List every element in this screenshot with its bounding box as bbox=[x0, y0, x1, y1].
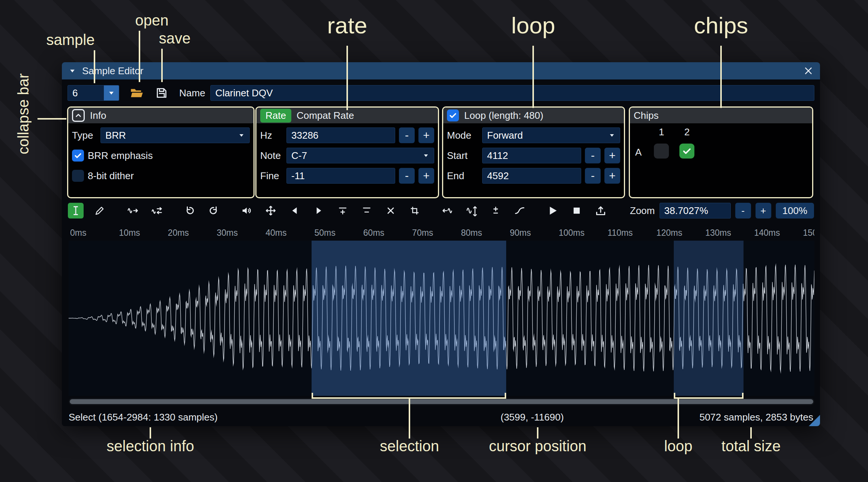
apply-silence-button[interactable] bbox=[359, 203, 375, 219]
collapse-bar-button[interactable] bbox=[72, 109, 85, 122]
loop-enable-checkbox[interactable] bbox=[447, 109, 459, 121]
name-input-value: Clarinet DQV bbox=[215, 87, 273, 99]
sample-toolbar: Zoom 38.7027% - + 100% bbox=[62, 202, 820, 220]
loop-mode-select[interactable]: Forward bbox=[482, 127, 620, 143]
fine-plus-button[interactable]: + bbox=[418, 168, 434, 184]
plus-minus-icon bbox=[491, 206, 501, 216]
brr-emphasis-checkbox[interactable] bbox=[72, 150, 84, 162]
loop-end-label: End bbox=[447, 170, 478, 182]
fine-minus-button[interactable]: - bbox=[399, 168, 415, 184]
crop-icon bbox=[410, 206, 420, 216]
waveform-area[interactable] bbox=[69, 241, 814, 396]
sample-selector[interactable]: 6 bbox=[67, 85, 119, 101]
open-button[interactable] bbox=[128, 85, 145, 101]
hz-plus-button[interactable]: + bbox=[418, 127, 434, 143]
dither-checkbox[interactable] bbox=[72, 170, 84, 182]
selection-region[interactable] bbox=[312, 241, 506, 396]
timeline-label: 90ms bbox=[510, 228, 531, 238]
hz-input[interactable]: 33286 bbox=[286, 127, 395, 143]
chip-a2-checkbox[interactable] bbox=[679, 144, 694, 159]
name-input[interactable]: Clarinet DQV bbox=[210, 85, 814, 101]
speaker-icon bbox=[241, 205, 252, 216]
resize-button[interactable] bbox=[125, 203, 141, 219]
resample-button[interactable] bbox=[149, 203, 165, 219]
trim-button[interactable] bbox=[407, 203, 423, 219]
annotation-line-loop bbox=[532, 46, 534, 108]
loop-mode-value: Forward bbox=[487, 130, 523, 141]
amplify-button[interactable] bbox=[239, 203, 255, 219]
wave-reverse-icon bbox=[442, 205, 453, 216]
filter-curve-icon bbox=[514, 205, 525, 216]
loop-start-label: Start bbox=[447, 150, 478, 162]
controls-row: 6 Name Clarinet DQV bbox=[62, 84, 820, 102]
timeline-label: 140ms bbox=[754, 228, 780, 238]
annotation-line-collapse-bar bbox=[37, 118, 66, 120]
reverse-button[interactable] bbox=[440, 203, 456, 219]
create-wavetable-button[interactable] bbox=[593, 203, 609, 219]
resize-grip[interactable] bbox=[809, 415, 820, 426]
annotation-line-selection-info bbox=[150, 427, 151, 439]
redo-button[interactable] bbox=[206, 203, 222, 219]
fade-in-button[interactable] bbox=[287, 203, 303, 219]
delete-button[interactable] bbox=[383, 203, 399, 219]
note-label: Note bbox=[260, 150, 283, 162]
annotation-line-save bbox=[161, 49, 163, 82]
annotation-chips: chips bbox=[694, 12, 748, 39]
check-icon bbox=[73, 151, 82, 160]
window-collapse-icon[interactable] bbox=[69, 67, 76, 75]
normalize-button[interactable] bbox=[263, 203, 279, 219]
scrollbar-thumb[interactable] bbox=[70, 399, 813, 404]
note-select[interactable]: C-7 bbox=[286, 148, 434, 163]
sample-selector-dropdown-button[interactable] bbox=[104, 85, 119, 100]
chips-panel: Chips 1 2 A bbox=[629, 106, 813, 198]
loop-end-input[interactable]: 4592 bbox=[482, 168, 581, 184]
info-panel-title: Info bbox=[90, 110, 106, 121]
chip-row-a-label: A bbox=[635, 147, 642, 158]
zoom-value-field[interactable]: 38.7027% bbox=[660, 203, 731, 219]
annotation-total-size: total size bbox=[721, 438, 781, 455]
loop-end-minus-button[interactable]: - bbox=[585, 168, 601, 184]
annotation-open: open bbox=[135, 12, 169, 29]
filter-button[interactable] bbox=[512, 203, 528, 219]
loop-region[interactable] bbox=[674, 241, 744, 396]
fade-out-button[interactable] bbox=[311, 203, 327, 219]
timeline-ruler[interactable]: 0ms10ms20ms30ms40ms50ms60ms70ms80ms90ms1… bbox=[69, 227, 814, 240]
sign-flip-button[interactable] bbox=[488, 203, 504, 219]
zoom-in-button[interactable]: + bbox=[756, 203, 771, 219]
preview-play-button[interactable] bbox=[545, 203, 561, 219]
waveform-scrollbar[interactable] bbox=[69, 398, 814, 405]
move-arrows-icon bbox=[265, 205, 276, 216]
type-select[interactable]: BRR bbox=[100, 127, 250, 143]
check-icon bbox=[448, 111, 457, 120]
loop-end-plus-button[interactable]: + bbox=[604, 168, 620, 184]
fine-input-value: -11 bbox=[291, 170, 305, 182]
titlebar[interactable]: Sample Editor bbox=[62, 62, 820, 79]
select-tool-button[interactable] bbox=[68, 203, 84, 219]
hz-minus-button[interactable]: - bbox=[399, 127, 415, 143]
chip-a1-checkbox[interactable] bbox=[654, 144, 669, 159]
draw-tool-button[interactable] bbox=[92, 203, 108, 219]
close-icon[interactable] bbox=[804, 66, 813, 76]
annotation-line-sample bbox=[94, 50, 95, 83]
loop-start-value: 4112 bbox=[487, 150, 508, 162]
zoom-reset-button[interactable]: 100% bbox=[776, 203, 814, 219]
loop-end-value: 4592 bbox=[487, 170, 509, 182]
timeline-label: 80ms bbox=[461, 228, 482, 238]
fine-input[interactable]: -11 bbox=[286, 168, 395, 184]
loop-start-input[interactable]: 4112 bbox=[482, 148, 581, 163]
loop-start-plus-button[interactable]: + bbox=[604, 148, 620, 163]
undo-icon bbox=[184, 205, 195, 216]
invert-button[interactable] bbox=[464, 203, 480, 219]
zoom-out-button[interactable]: - bbox=[735, 203, 751, 219]
insert-silence-button[interactable] bbox=[335, 203, 351, 219]
info-panel: Info Type BRR BRR emphasis 8-bit dither bbox=[67, 106, 255, 198]
info-panel-header: Info bbox=[68, 108, 253, 123]
stop-icon bbox=[571, 205, 582, 216]
preview-stop-button[interactable] bbox=[569, 203, 585, 219]
rate-badge[interactable]: Rate bbox=[260, 109, 291, 123]
undo-button[interactable] bbox=[182, 203, 198, 219]
timeline-label: 0ms bbox=[70, 228, 86, 238]
loop-start-minus-button[interactable]: - bbox=[585, 148, 601, 163]
status-bar: Select (1654-2984: 1330 samples) (3599, … bbox=[62, 407, 820, 426]
save-button[interactable] bbox=[153, 85, 170, 101]
